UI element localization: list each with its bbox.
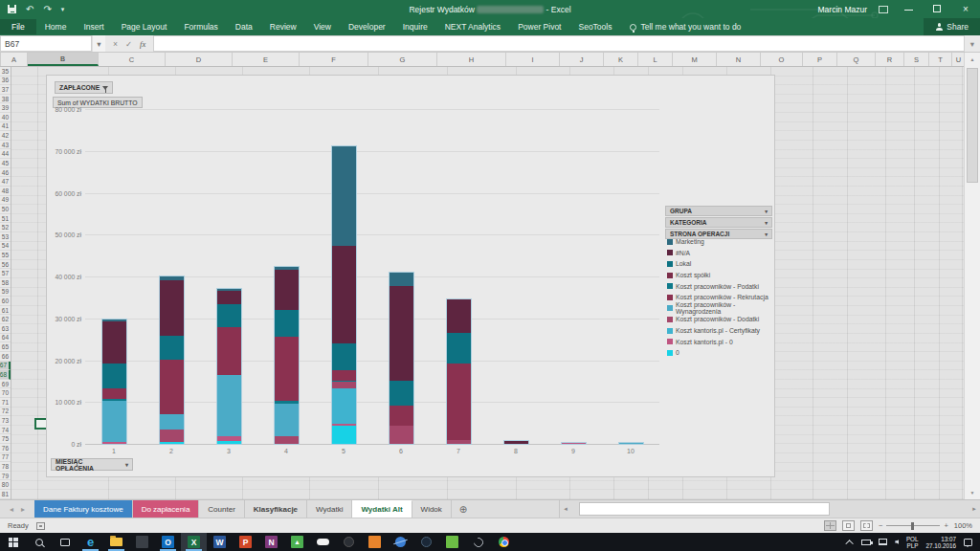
column-header-G[interactable]: G (368, 53, 437, 66)
row-header-65[interactable]: 65 (0, 342, 11, 352)
bar-segment[interactable] (160, 442, 184, 444)
axis-field-button[interactable]: MIESIĄC OPŁACENIA▾ (51, 458, 133, 471)
row-header-68[interactable]: 68 (0, 370, 11, 380)
taskbar-task-view-icon[interactable] (52, 533, 78, 551)
row-header-66[interactable]: 66 (0, 352, 11, 362)
ribbon-tab-page-layout[interactable]: Page Layout (113, 19, 176, 34)
minimize-button[interactable] (900, 4, 917, 14)
row-header-42[interactable]: 42 (0, 131, 11, 141)
taskbar-edge-icon[interactable]: e (78, 533, 103, 551)
taskbar-chrome-icon[interactable] (491, 533, 517, 551)
taskbar-onenote-icon[interactable]: N (258, 533, 284, 551)
save-icon[interactable] (8, 5, 16, 13)
sheet-tab-wydatki-alt[interactable]: Wydatki Alt (352, 500, 412, 518)
row-header-61[interactable]: 61 (0, 306, 11, 316)
scroll-right-icon[interactable]: ▸ (969, 505, 980, 513)
row-header-45[interactable]: 45 (0, 159, 11, 168)
ribbon-tab-data[interactable]: Data (227, 19, 261, 34)
page-layout-view-icon[interactable] (842, 520, 855, 531)
row-header-74[interactable]: 74 (0, 426, 11, 435)
taskbar-start-icon[interactable] (0, 533, 26, 551)
bar-segment[interactable] (275, 404, 299, 436)
formula-bar-expand-icon[interactable]: ▾ (965, 35, 980, 52)
taskbar-search-icon[interactable] (26, 533, 52, 551)
ribbon-display-options-icon[interactable] (879, 6, 888, 13)
tell-me-box[interactable]: Tell me what you want to do (620, 22, 750, 32)
row-header-59[interactable]: 59 (0, 288, 11, 298)
taskbar-powerpoint-icon[interactable]: P (233, 533, 258, 551)
stacked-bar-month-10[interactable] (619, 443, 643, 444)
sheet-tab-dane-faktury-kosztowe[interactable]: Dane Faktury kosztowe (34, 500, 133, 518)
row-header-79[interactable]: 79 (0, 472, 11, 481)
stacked-bar-month-2[interactable] (160, 276, 184, 444)
sheet-tab-wydatki[interactable]: Wydatki (307, 500, 352, 518)
row-header-77[interactable]: 77 (0, 453, 11, 463)
new-sheet-button[interactable]: ⊕ (452, 500, 475, 518)
sheet-tab-do-zapłacenia[interactable]: Do zapłacenia (133, 500, 200, 518)
bar-segment[interactable] (332, 426, 356, 444)
row-header-81[interactable]: 81 (0, 490, 11, 499)
insert-function-icon[interactable]: fx (140, 39, 145, 49)
row-header-62[interactable]: 62 (0, 315, 11, 324)
taskbar-excel-icon[interactable]: X (181, 533, 207, 551)
bar-segment[interactable] (447, 299, 471, 333)
taskbar-photos-icon[interactable]: ▲ (284, 533, 310, 551)
row-header-52[interactable]: 52 (0, 223, 11, 232)
stacked-bar-month-1[interactable] (102, 320, 126, 444)
row-header-51[interactable]: 51 (0, 214, 11, 224)
field-button-kategoria[interactable]: KATEGORIA▾ (665, 217, 772, 228)
column-header-A[interactable]: A (1, 53, 28, 66)
column-header-F[interactable]: F (300, 53, 368, 66)
bar-segment[interactable] (275, 436, 299, 444)
zoom-out-icon[interactable]: − (879, 521, 882, 530)
taskbar-green-app-icon[interactable] (439, 533, 465, 551)
bar-segment[interactable] (217, 304, 241, 327)
row-header-58[interactable]: 58 (0, 278, 11, 288)
row-header-38[interactable]: 38 (0, 95, 11, 104)
formula-input[interactable] (153, 35, 965, 52)
sheet-nav-prev-icon[interactable]: ◂ (10, 505, 13, 514)
row-header-56[interactable]: 56 (0, 260, 11, 270)
column-header-B[interactable]: B (28, 53, 99, 66)
taskbar-orange-app-icon[interactable] (362, 533, 388, 551)
horizontal-scrollbar-thumb[interactable] (579, 502, 830, 516)
stacked-bar-month-5[interactable] (332, 146, 356, 444)
bar-segment[interactable] (275, 270, 299, 310)
column-header-R[interactable]: R (876, 53, 904, 66)
row-header-57[interactable]: 57 (0, 269, 11, 278)
ribbon-tab-inquire[interactable]: Inquire (394, 19, 436, 34)
bar-segment[interactable] (160, 414, 184, 430)
row-header-39[interactable]: 39 (0, 103, 11, 113)
bar-segment[interactable] (332, 370, 356, 381)
row-header-49[interactable]: 49 (0, 196, 11, 206)
column-header-T[interactable]: T (929, 53, 952, 66)
row-header-46[interactable]: 46 (0, 168, 11, 178)
column-header-K[interactable]: K (604, 53, 638, 66)
row-header-40[interactable]: 40 (0, 113, 11, 122)
enter-check-icon[interactable]: ✓ (125, 39, 132, 49)
column-header-D[interactable]: D (166, 53, 233, 66)
ribbon-tab-next-analytics[interactable]: NEXT Analytics (436, 19, 509, 34)
taskbar-cloud-icon[interactable] (310, 533, 336, 551)
ribbon-tab-review[interactable]: Review (261, 19, 305, 34)
qat-dropdown-icon[interactable]: ▾ (61, 6, 65, 13)
battery-icon[interactable] (861, 540, 871, 545)
bar-segment[interactable] (332, 146, 356, 246)
bar-segment[interactable] (447, 440, 471, 444)
row-header-71[interactable]: 71 (0, 398, 11, 408)
bar-segment[interactable] (390, 286, 413, 381)
taskbar-steam-icon[interactable] (413, 533, 439, 551)
row-header-72[interactable]: 72 (0, 408, 11, 417)
column-header-E[interactable]: E (233, 53, 300, 66)
column-header-Q[interactable]: Q (837, 53, 876, 66)
taskbar-explorer-icon[interactable] (103, 533, 129, 551)
row-header-54[interactable]: 54 (0, 242, 11, 252)
column-header-I[interactable]: I (506, 53, 560, 66)
field-button-grupa[interactable]: GRUPA▾ (665, 206, 772, 216)
sheet-tab-widok[interactable]: Widok (412, 500, 452, 518)
bar-segment[interactable] (332, 382, 356, 388)
row-header-70[interactable]: 70 (0, 388, 11, 398)
zoom-in-icon[interactable]: + (944, 521, 947, 530)
horizontal-scrollbar[interactable]: ◂ ▸ (559, 500, 980, 518)
column-header-J[interactable]: J (560, 53, 604, 66)
